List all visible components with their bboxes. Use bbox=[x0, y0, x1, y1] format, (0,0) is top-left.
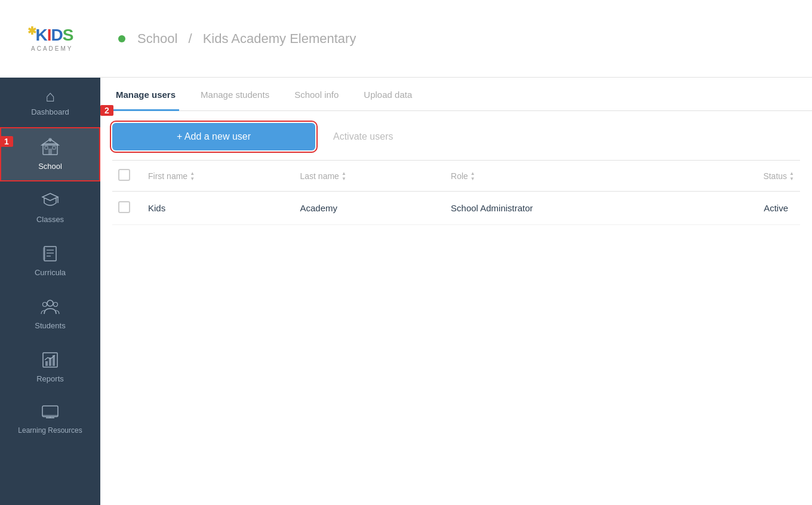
sort-arrows-status: ▲▼ bbox=[789, 171, 794, 181]
sidebar: ✱KIDS ACADEMY ⌂ Dashboard School bbox=[0, 0, 100, 505]
sidebar-label-dashboard: Dashboard bbox=[31, 107, 69, 116]
logo: ✱KIDS ACADEMY bbox=[0, 0, 100, 78]
sidebar-item-learning-resources[interactable]: Learning Resources bbox=[0, 394, 100, 445]
svg-rect-4 bbox=[53, 146, 56, 149]
cell-role: School Administrator bbox=[445, 192, 689, 225]
table-header-row: First name ▲▼ Last name ▲▼ bbox=[112, 161, 800, 192]
logo-i: I bbox=[47, 26, 51, 45]
row-checkbox[interactable] bbox=[118, 201, 130, 213]
sidebar-item-dashboard[interactable]: ⌂ Dashboard bbox=[0, 78, 100, 127]
annotation-badge-1: 1 bbox=[0, 136, 13, 147]
cell-firstname: Kids bbox=[142, 192, 294, 225]
actions-bar: 2 + Add a new user Activate users bbox=[100, 111, 812, 160]
logo-academy: ACADEMY bbox=[27, 45, 73, 52]
sidebar-label-learning-resources: Learning Resources bbox=[18, 426, 82, 435]
sidebar-item-students[interactable]: Students bbox=[0, 288, 100, 341]
th-lastname[interactable]: Last name ▲▼ bbox=[294, 161, 445, 192]
cell-lastname: Academy bbox=[294, 192, 445, 225]
breadcrumb-separator: / bbox=[188, 31, 195, 46]
sort-arrows-lastname: ▲▼ bbox=[342, 171, 346, 181]
main-content: School / Kids Academy Elementary Manage … bbox=[100, 0, 812, 505]
activate-users-button[interactable]: Activate users bbox=[327, 123, 399, 150]
status-dot bbox=[118, 35, 125, 42]
sort-arrows-role: ▲▼ bbox=[470, 171, 475, 181]
breadcrumb: School / Kids Academy Elementary bbox=[134, 31, 359, 47]
users-table: First name ▲▼ Last name ▲▼ bbox=[112, 160, 800, 225]
users-table-container: First name ▲▼ Last name ▲▼ bbox=[100, 160, 812, 505]
tab-school-info[interactable]: School info bbox=[291, 78, 342, 111]
add-user-button[interactable]: + Add a new user bbox=[112, 123, 315, 150]
sidebar-item-school[interactable]: School bbox=[0, 127, 100, 181]
classes-icon bbox=[41, 192, 59, 211]
svg-point-14 bbox=[43, 303, 47, 307]
learning-resources-icon bbox=[41, 405, 59, 423]
content-area: Manage users Manage students School info… bbox=[100, 78, 812, 505]
th-status[interactable]: Status ▲▼ bbox=[689, 161, 800, 192]
sidebar-label-students: Students bbox=[35, 321, 65, 330]
svg-rect-8 bbox=[44, 247, 56, 261]
logo-k: K bbox=[36, 26, 47, 45]
sidebar-item-curricula[interactable]: Curricula bbox=[0, 235, 100, 288]
svg-point-13 bbox=[47, 300, 53, 306]
svg-point-15 bbox=[54, 303, 58, 307]
logo-s: S bbox=[63, 26, 73, 45]
svg-rect-3 bbox=[45, 146, 48, 149]
annotation-badge-2: 2 bbox=[100, 105, 113, 116]
sort-arrows-firstname: ▲▼ bbox=[190, 171, 195, 181]
sidebar-item-classes[interactable]: Classes bbox=[0, 181, 100, 235]
breadcrumb-school-name: Kids Academy Elementary bbox=[203, 31, 356, 46]
svg-rect-12 bbox=[43, 248, 45, 260]
th-checkbox bbox=[112, 161, 142, 192]
table-row: Kids Academy School Administrator Active bbox=[112, 192, 800, 225]
dashboard-icon: ⌂ bbox=[45, 88, 55, 104]
sidebar-label-classes: Classes bbox=[36, 215, 64, 224]
sidebar-label-curricula: Curricula bbox=[35, 268, 66, 277]
sidebar-item-reports[interactable]: Reports bbox=[0, 341, 100, 394]
tab-manage-students[interactable]: Manage students bbox=[197, 78, 273, 111]
school-icon bbox=[41, 138, 60, 158]
svg-rect-17 bbox=[45, 361, 48, 366]
tab-manage-users[interactable]: Manage users bbox=[112, 78, 179, 111]
cell-status: Active bbox=[689, 192, 800, 225]
tabs-bar: Manage users Manage students School info… bbox=[100, 78, 812, 111]
logo-star: ✱ bbox=[27, 25, 36, 37]
curricula-icon bbox=[42, 245, 58, 264]
students-icon bbox=[41, 298, 60, 318]
select-all-checkbox[interactable] bbox=[118, 169, 130, 181]
reports-icon bbox=[42, 352, 59, 371]
svg-rect-20 bbox=[42, 406, 58, 417]
sidebar-label-reports: Reports bbox=[36, 374, 64, 383]
tab-upload-data[interactable]: Upload data bbox=[360, 78, 416, 111]
svg-rect-2 bbox=[48, 149, 52, 155]
th-firstname[interactable]: First name ▲▼ bbox=[142, 161, 294, 192]
header: School / Kids Academy Elementary bbox=[100, 0, 812, 78]
row-checkbox-cell bbox=[112, 192, 142, 225]
breadcrumb-school: School bbox=[137, 31, 177, 46]
th-role[interactable]: Role ▲▼ bbox=[445, 161, 689, 192]
logo-d: D bbox=[51, 26, 63, 45]
sidebar-label-school: School bbox=[38, 162, 62, 171]
